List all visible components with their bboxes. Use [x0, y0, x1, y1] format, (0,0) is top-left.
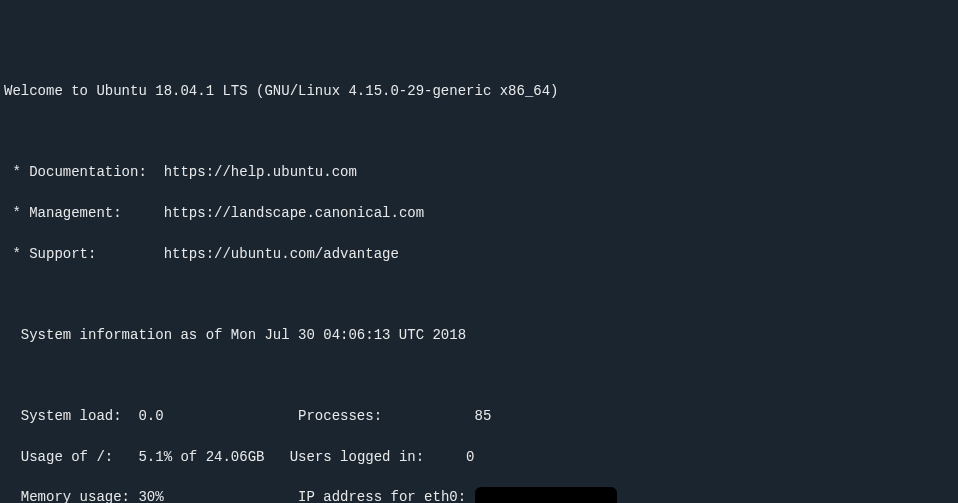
mgmt-link-line: * Management: https://landscape.canonica…: [4, 203, 954, 223]
doc-link-line: * Documentation: https://help.ubuntu.com: [4, 162, 954, 182]
blank: [4, 122, 954, 142]
blank: [4, 365, 954, 385]
ip-label: IP address for eth0:: [298, 489, 474, 503]
processes-label: Processes:: [298, 408, 474, 424]
stat-line-2: Usage of /: 5.1% of 24.06GB Users logged…: [4, 447, 954, 467]
doc-url: https://help.ubuntu.com: [164, 164, 357, 180]
ip-redacted: xxx.xxx.xxx.x47: [475, 487, 618, 503]
processes-val: 85: [475, 408, 492, 424]
support-link-line: * Support: https://ubuntu.com/advantage: [4, 244, 954, 264]
doc-label: * Documentation:: [4, 164, 164, 180]
terminal-output[interactable]: Welcome to Ubuntu 18.04.1 LTS (GNU/Linux…: [4, 81, 954, 503]
mgmt-url: https://landscape.canonical.com: [164, 205, 424, 221]
stat-line-1: System load: 0.0 Processes: 85: [4, 406, 954, 426]
stat-line-3: Memory usage: 30% IP address for eth0: x…: [4, 487, 954, 503]
mgmt-label: * Management:: [4, 205, 164, 221]
blank: [4, 284, 954, 304]
memory-usage: Memory usage: 30%: [4, 489, 164, 503]
support-label: * Support:: [4, 246, 164, 262]
sysinfo-header: System information as of Mon Jul 30 04:0…: [4, 325, 954, 345]
welcome-line: Welcome to Ubuntu 18.04.1 LTS (GNU/Linux…: [4, 81, 954, 101]
users-val: 0: [466, 449, 474, 465]
disk-usage: Usage of /: 5.1% of 24.06GB: [4, 449, 264, 465]
system-load: System load: 0.0: [4, 408, 164, 424]
users-label: Users logged in:: [290, 449, 466, 465]
support-url: https://ubuntu.com/advantage: [164, 246, 399, 262]
